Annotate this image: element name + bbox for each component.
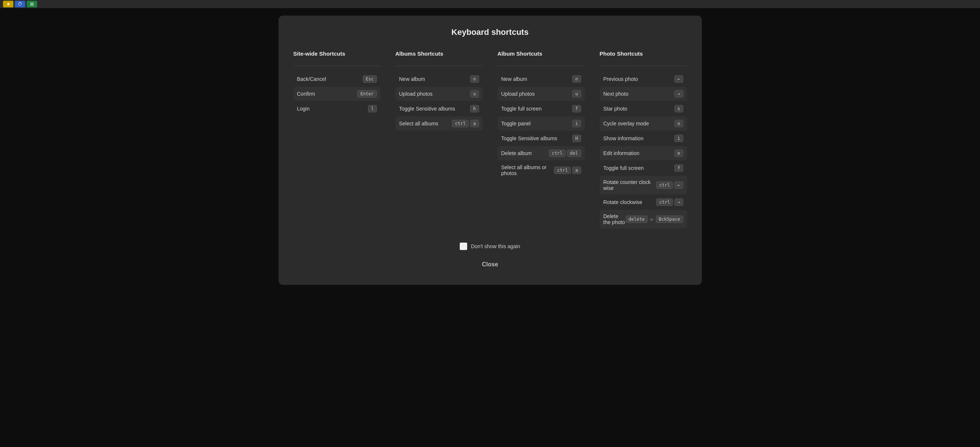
shortcut-rotate-ccw: Rotate counter clock wise ctrl ←: [600, 176, 687, 194]
shortcut-rotate-cw: Rotate clockwise ctrl →: [600, 195, 687, 209]
album-section: Album Shortcuts New album n Upload photo…: [498, 51, 585, 229]
grid-icon: ⊞: [27, 1, 37, 8]
dont-show-again-label: Don't show this again: [471, 243, 520, 249]
shortcut-new-album-albums: New album n: [396, 72, 483, 86]
shortcut-next-photo: Next photo →: [600, 87, 687, 101]
site-wide-section: Site-wide Shortcuts Back/Cancel Esc Conf…: [293, 51, 381, 229]
shortcut-select-all-albums: Select all albums ctrl a: [396, 116, 483, 131]
dont-show-again-row[interactable]: Don't show this again: [460, 243, 520, 250]
shortcut-show-information: Show information i: [600, 131, 687, 146]
shortcut-star-photo: Star photo s: [600, 101, 687, 116]
shortcut-login: Login l: [293, 101, 381, 116]
shortcut-cycle-overlay-mode: Cycle overlay mode o: [600, 116, 687, 131]
shortcut-toggle-sensitive-album: Toggle Sensitive albums H: [498, 131, 585, 146]
dont-show-again-checkbox[interactable]: [460, 243, 467, 250]
close-button[interactable]: Close: [474, 259, 506, 270]
shortcut-toggle-panel: Toggle panel i: [498, 116, 585, 131]
site-wide-heading: Site-wide Shortcuts: [293, 51, 381, 60]
shortcut-toggle-sensitive-albums: Toggle Sensitive albums h: [396, 101, 483, 116]
albums-heading: Albums Shortcuts: [396, 51, 483, 60]
shortcut-confirm: Confirm Enter: [293, 87, 381, 101]
star-icon: ★: [3, 1, 13, 8]
shortcut-delete-album: Delete album ctrl del: [498, 146, 585, 160]
shortcut-upload-photos-album: Upload photos u: [498, 87, 585, 101]
clock-icon: ⏱: [15, 1, 25, 8]
shortcut-toggle-full-screen-album: Toggle full screen f: [498, 101, 585, 116]
shortcut-back-cancel: Back/Cancel Esc: [293, 72, 381, 86]
shortcut-edit-information: Edit information e: [600, 146, 687, 160]
albums-section: Albums Shortcuts New album n Upload phot…: [396, 51, 483, 229]
shortcut-toggle-full-screen-photo: Toggle full screen f: [600, 161, 687, 175]
shortcut-previous-photo: Previous photo ←: [600, 72, 687, 86]
keyboard-shortcuts-modal: Keyboard shortcuts Site-wide Shortcuts B…: [278, 16, 702, 285]
photo-heading: Photo Shortcuts: [600, 51, 687, 60]
modal-footer: Don't show this again Close: [293, 243, 687, 270]
shortcut-delete-photo: Delete the photo delete or BckSpace: [600, 210, 687, 228]
album-heading: Album Shortcuts: [498, 51, 585, 60]
shortcuts-grid: Site-wide Shortcuts Back/Cancel Esc Conf…: [293, 51, 687, 229]
shortcut-upload-photos-albums: Upload photos u: [396, 87, 483, 101]
shortcut-select-all-albums-or-photos: Select all albums or photos ctrl a: [498, 161, 585, 179]
top-bar: ★ ⏱ ⊞: [0, 0, 980, 8]
photo-section: Photo Shortcuts Previous photo ← Next ph…: [600, 51, 687, 229]
modal-overlay: Keyboard shortcuts Site-wide Shortcuts B…: [0, 8, 980, 447]
modal-title: Keyboard shortcuts: [293, 27, 687, 37]
shortcut-new-album-album: New album n: [498, 72, 585, 86]
